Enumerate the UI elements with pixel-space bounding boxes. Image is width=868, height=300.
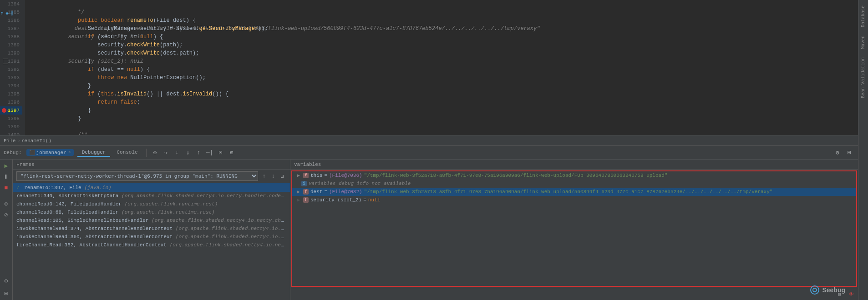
variables-bottom-bar: ⊟ 👁 bbox=[290, 288, 858, 300]
variables-panel: Variables ▶ f this = (File@7036) "/tmp/f… bbox=[290, 160, 858, 300]
line-num-1391: 1391 bbox=[0, 57, 22, 65]
debug-label: Debug: bbox=[4, 150, 22, 155]
trace-btn[interactable]: ≋ bbox=[227, 148, 237, 158]
line-num-1396: 1396 bbox=[0, 98, 22, 106]
pause-program-btn[interactable]: ⏸ bbox=[2, 172, 11, 181]
line-num-1398: 1398 bbox=[0, 115, 22, 123]
thread-down-btn[interactable]: ↓ bbox=[269, 172, 277, 180]
var-item-this[interactable]: ▶ f this = (File@7036) "/tmp/flink-web-3… bbox=[292, 171, 856, 180]
line-num-1384: 1384 bbox=[0, 0, 22, 8]
variables-title: Variables bbox=[294, 162, 321, 167]
frame-list: ✓ renameTo:1397, File (java.io) renameTo… bbox=[13, 183, 290, 300]
line-num-1394: 1394 bbox=[0, 82, 22, 90]
code-line-1391: if (dest == null) { bbox=[25, 57, 858, 65]
var-item-security[interactable]: ▶ f security (slot_2) = null bbox=[292, 196, 856, 204]
code-line-1387: if (security != null) { bbox=[25, 25, 858, 33]
debug-toolbar: Debug: ⬛ jobmanager × Debugger Console ⊙… bbox=[0, 146, 858, 160]
code-line-1389: security.checkWrite(dest.path); security… bbox=[25, 41, 858, 49]
far-right-sidebar: Database Maven Bean Validation bbox=[858, 0, 868, 300]
dest-type: (File@7032) bbox=[329, 189, 362, 195]
frame-item-1[interactable]: renameTo:349, AbstractDiskHttpData (org.… bbox=[13, 192, 290, 200]
debug-right-icons: ⚙ ⊞ bbox=[832, 148, 854, 158]
this-value: "/tmp/flink-web-3f52a718-a8fb-4f71-97e8-… bbox=[364, 173, 668, 178]
frame-item-3[interactable]: channelRead0:68, FileUploadHandler (org.… bbox=[13, 208, 290, 216]
evaluate-btn[interactable]: ⊡ bbox=[216, 148, 226, 158]
this-field-icon: f bbox=[303, 173, 309, 178]
seebug-inner-circle bbox=[812, 288, 817, 292]
code-line-1398: } bbox=[25, 106, 858, 115]
thread-up-btn[interactable]: ↑ bbox=[260, 172, 268, 180]
breadcrumb-file[interactable]: File bbox=[4, 138, 15, 144]
code-line-1385: public boolean renameTo(File dest) { des… bbox=[25, 8, 858, 16]
info-icon: i bbox=[301, 181, 307, 186]
frames-title: Frames bbox=[16, 162, 35, 167]
show-execution-point-btn[interactable]: ⊙ bbox=[150, 148, 160, 158]
run-to-cursor-btn[interactable]: →| bbox=[205, 148, 215, 158]
breadcrumb-method[interactable]: renameTo() bbox=[21, 138, 51, 144]
expand-security[interactable]: ▶ bbox=[296, 197, 301, 203]
seebug-text: Seebug bbox=[822, 286, 845, 294]
line-num-1397: → 1397 bbox=[0, 106, 22, 115]
line-num-1392: 1392 bbox=[0, 65, 22, 74]
step-into-btn[interactable]: ↓ bbox=[172, 148, 182, 158]
code-line-1390: } bbox=[25, 49, 858, 57]
expand-this[interactable]: ▶ bbox=[296, 173, 301, 178]
frame-item-5[interactable]: invokeChannelRead:374, AbstractChannelHa… bbox=[13, 225, 290, 233]
layout-btn[interactable]: ⊞ bbox=[844, 148, 854, 158]
code-line-1393: } bbox=[25, 74, 858, 82]
tab-debugger[interactable]: Debugger bbox=[77, 149, 111, 157]
line-numbers: 1384 M ◉ @ 1385 1386 1387 1388 bbox=[0, 0, 25, 135]
frame-item-6[interactable]: invokeChannelRead:360, AbstractChannelHa… bbox=[13, 233, 290, 241]
dest-field-icon: f bbox=[303, 189, 309, 195]
debug-session-icon: ⬛ bbox=[29, 150, 36, 155]
line-num-1393: 1393 bbox=[0, 74, 22, 82]
var-item-debug-info: i Variables debug info not available bbox=[292, 180, 856, 188]
line-num-1385: M ◉ @ 1385 bbox=[0, 8, 22, 16]
resume-btn[interactable]: ▶ bbox=[2, 161, 11, 170]
code-line-1396: } bbox=[25, 98, 858, 106]
tab-console[interactable]: Console bbox=[112, 149, 142, 157]
thread-selector: "flink-rest-server-netty-worker-thread-1… bbox=[13, 170, 290, 183]
code-line-1395: return false; bbox=[25, 90, 858, 98]
frame-item-4[interactable]: channelRead:105, SimpleChannelInboundHan… bbox=[13, 216, 290, 225]
mute-breakpoints-btn[interactable]: ⊘ bbox=[2, 210, 11, 220]
code-content: */ public boolean renameTo(File dest) { … bbox=[25, 0, 858, 135]
variables-header: Variables bbox=[290, 160, 858, 170]
frame-item-0[interactable]: ✓ renameTo:1397, File (java.io) bbox=[13, 183, 290, 192]
restore-layout-btn[interactable]: ⊟ bbox=[2, 289, 11, 298]
sidebar-tab-database[interactable]: Database bbox=[859, 2, 867, 31]
seebug-logo-icon bbox=[810, 285, 819, 295]
stop-btn[interactable]: ■ bbox=[2, 183, 11, 192]
var-item-dest[interactable]: ▶ f dest = (File@7032) "/tmp/flink-web-3… bbox=[292, 188, 856, 196]
frames-header: Frames bbox=[13, 160, 290, 170]
step-out-btn[interactable]: ↑ bbox=[194, 148, 204, 158]
debug-session-name[interactable]: jobmanager bbox=[36, 150, 66, 155]
frame-item-7[interactable]: fireChannelRead:352, AbstractChannelHand… bbox=[13, 241, 290, 249]
force-step-into-btn[interactable]: ⇓ bbox=[183, 148, 193, 158]
line-num-1399: 1399 bbox=[0, 123, 22, 131]
settings-btn[interactable]: ⚙ bbox=[832, 148, 843, 158]
code-line-1401: * Sets the last-modified time of the fil… bbox=[25, 131, 858, 135]
breadcrumb-sep: › bbox=[17, 138, 20, 144]
step-over-btn[interactable]: ↷ bbox=[161, 148, 171, 158]
sidebar-tab-maven[interactable]: Maven bbox=[859, 32, 867, 53]
this-type: (File@7036) bbox=[329, 173, 362, 178]
expand-dest[interactable]: ▶ bbox=[296, 189, 301, 195]
frame-item-2[interactable]: channelRead0:142, FileUploadHandler (org… bbox=[13, 200, 290, 208]
view-breakpoints-btn[interactable]: ⊕ bbox=[2, 200, 11, 209]
thread-filter-btn[interactable]: ⊿ bbox=[278, 172, 286, 180]
left-debug-controls: ▶ ⏸ ■ ⊕ ⊘ ⚙ ⊟ bbox=[0, 160, 13, 300]
settings2-btn[interactable]: ⚙ bbox=[2, 276, 11, 285]
seebug-branding: Seebug bbox=[810, 285, 845, 295]
line-num-1386: 1386 bbox=[0, 16, 22, 25]
code-line-1392: throw new NullPointerException(); bbox=[25, 65, 858, 74]
security-value: null bbox=[368, 197, 380, 203]
debug-session-close[interactable]: × bbox=[68, 150, 71, 155]
code-line-1386: SecurityManager security = System.getSec… bbox=[25, 16, 858, 25]
thread-dropdown[interactable]: "flink-rest-server-netty-worker-thread-1… bbox=[16, 171, 258, 181]
code-line-1394: if (this.isInvalid() || dest.isInvalid()… bbox=[25, 82, 858, 90]
code-line-1388: security.checkWrite(path); bbox=[25, 33, 858, 41]
watch-btn[interactable]: 👁 bbox=[846, 289, 856, 299]
sidebar-tab-bean-validation[interactable]: Bean Validation bbox=[859, 54, 867, 102]
dest-value: "/tmp/flink-web-3f52a718-a8fb-4f71-97e8-… bbox=[364, 189, 773, 195]
